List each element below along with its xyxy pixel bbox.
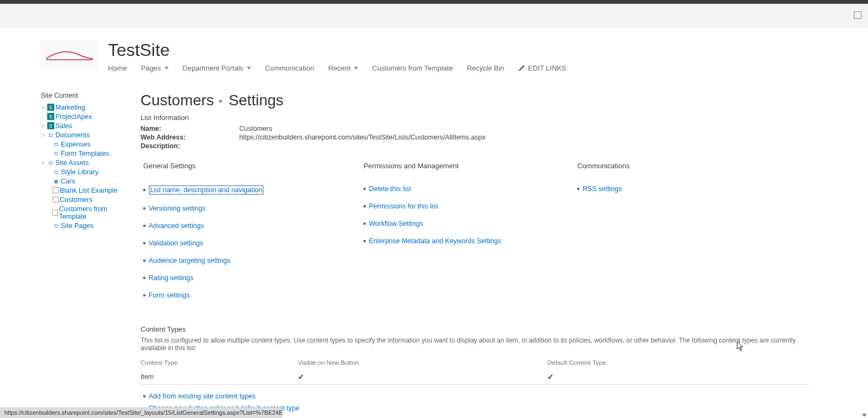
left-nav-heading: Site Content bbox=[41, 92, 132, 99]
sidebar-item-form-templates[interactable]: 🗀 Form Templates bbox=[41, 149, 132, 158]
chevron-down-icon bbox=[164, 67, 169, 69]
table-row: Item ✓ ✓ bbox=[141, 369, 808, 385]
sidebar-item-marketing[interactable]: ▷ S Marketing bbox=[41, 103, 132, 112]
check-icon: ✓ bbox=[547, 372, 554, 381]
suite-bar bbox=[0, 4, 868, 28]
nav-customers-template[interactable]: Customers from Template bbox=[372, 64, 453, 72]
nav-home[interactable]: Home bbox=[108, 64, 127, 72]
bullet-icon bbox=[363, 240, 366, 242]
content-types-section: Content Types This list is configured to… bbox=[141, 325, 808, 412]
main-content: Customers ▸ Settings List Information Na… bbox=[141, 92, 868, 418]
breadcrumb-list[interactable]: Customers bbox=[141, 92, 214, 109]
list-icon bbox=[53, 197, 59, 202]
bullet-icon bbox=[143, 207, 145, 210]
link-add-existing-ct[interactable]: Add from existing site content types bbox=[149, 392, 256, 400]
link-workflow-settings[interactable]: Workflow Settings bbox=[369, 220, 423, 227]
nav-pages[interactable]: Pages bbox=[141, 64, 169, 72]
bullet-icon bbox=[143, 225, 145, 227]
col-visible[interactable]: Visible on New Button bbox=[298, 357, 547, 369]
link-form-settings[interactable]: Form settings bbox=[149, 292, 190, 299]
breadcrumb-page: Settings bbox=[228, 92, 283, 109]
bullet-icon bbox=[143, 277, 145, 279]
sidebar-item-projectapex[interactable]: S ProjectApex bbox=[41, 112, 132, 121]
link-advanced-settings[interactable]: Advanced settings bbox=[149, 222, 204, 230]
sidebar-item-blank-list[interactable]: Blank List Example bbox=[41, 186, 132, 195]
link-rss-settings[interactable]: RSS settings bbox=[583, 185, 622, 193]
tree-expand-icon[interactable]: ▷ bbox=[41, 105, 46, 110]
bullet-icon bbox=[363, 223, 366, 225]
list-info-heading: List Information bbox=[141, 113, 808, 122]
sidebar-item-label: Blank List Example bbox=[60, 187, 117, 194]
tree-expand-icon[interactable]: ▷ bbox=[41, 160, 46, 165]
list-icon bbox=[52, 210, 58, 216]
sidebar-item-site-pages[interactable]: 🗀 Site Pages bbox=[41, 221, 132, 230]
bullet-icon bbox=[143, 259, 145, 262]
name-label: Name: bbox=[141, 125, 239, 132]
sidebar-item-expenses[interactable]: 🗀 Expenses bbox=[41, 140, 132, 149]
sidebar-item-label: Cars bbox=[61, 178, 75, 185]
content-type-item-link[interactable]: Item bbox=[141, 373, 154, 381]
edit-links-button[interactable]: EDIT LINKS bbox=[518, 64, 566, 72]
nav-department-portals[interactable]: Department Portals bbox=[183, 64, 251, 72]
description-label: Description: bbox=[141, 142, 239, 150]
sidebar-item-label: Sales bbox=[55, 122, 72, 130]
link-enterprise-metadata[interactable]: Enterprise Metadata and Keywords Setting… bbox=[369, 237, 501, 245]
site-logo[interactable] bbox=[41, 41, 98, 69]
chevron-down-icon bbox=[354, 67, 358, 69]
car-swoosh-icon bbox=[45, 47, 94, 63]
library-icon: 🗀 bbox=[53, 141, 60, 148]
sidebar-item-site-assets[interactable]: ▷ 🗀 Site Assets bbox=[41, 158, 132, 167]
link-permissions-list[interactable]: Permissions for this list bbox=[369, 202, 438, 210]
nav-communication[interactable]: Communication bbox=[265, 64, 314, 72]
communications-col: Communications RSS settings bbox=[575, 162, 770, 309]
nav-recent[interactable]: Recent bbox=[328, 64, 358, 72]
scroll-down-icon[interactable] bbox=[860, 410, 867, 417]
list-icon bbox=[53, 187, 59, 193]
name-value: Customers bbox=[239, 125, 272, 132]
library-icon: 🗀 bbox=[53, 150, 60, 157]
link-list-name-desc-nav[interactable]: List name, description and navigation bbox=[149, 185, 264, 195]
link-validation-settings[interactable]: Validation settings bbox=[149, 239, 203, 247]
sidebar-item-sales[interactable]: ▷ S Sales bbox=[41, 121, 132, 130]
link-rating-settings[interactable]: Rating settings bbox=[149, 274, 194, 282]
library-icon: 🗀 bbox=[47, 131, 54, 138]
permissions-heading: Permissions and Management bbox=[361, 162, 575, 170]
sharepoint-site-icon: S bbox=[47, 104, 54, 111]
chevron-down-icon bbox=[247, 67, 251, 69]
col-content-type[interactable]: Content Type bbox=[141, 357, 298, 369]
link-delete-list[interactable]: Delete this list bbox=[369, 185, 411, 193]
sidebar-item-customers-template[interactable]: Customers from Template bbox=[41, 204, 132, 221]
sidebar-item-cars[interactable]: ▣ Cars bbox=[41, 176, 132, 186]
tree-expand-icon[interactable]: ▷ bbox=[41, 132, 46, 137]
link-versioning-settings[interactable]: Versioning settings bbox=[149, 205, 206, 212]
status-bar: https://citizenbuilders.sharepoint.com/s… bbox=[0, 407, 282, 418]
sidebar-item-label: Customers bbox=[60, 196, 92, 204]
sidebar-item-label: Form Templates bbox=[61, 150, 109, 157]
sidebar-item-label: Marketing bbox=[55, 104, 85, 111]
sidebar-item-customers[interactable]: Customers bbox=[41, 195, 132, 204]
top-nav: Home Pages Department Portals Communicat… bbox=[108, 64, 566, 72]
tree-expand-icon[interactable]: ▷ bbox=[41, 123, 46, 128]
edit-links-label: EDIT LINKS bbox=[528, 64, 566, 72]
sidebar-item-label: ProjectApex bbox=[55, 113, 92, 121]
sidebar-item-label: Customers from Template bbox=[59, 205, 132, 220]
site-title[interactable]: TestSite bbox=[108, 41, 566, 60]
bullet-icon bbox=[143, 189, 145, 191]
sidebar-item-label: Documents bbox=[55, 131, 90, 139]
focus-content-icon[interactable] bbox=[854, 11, 861, 19]
content-types-desc: This list is configured to allow multipl… bbox=[141, 337, 808, 352]
left-nav: Site Content ▷ S Marketing S ProjectApex… bbox=[41, 92, 132, 418]
bullet-icon bbox=[143, 395, 145, 397]
general-settings-col: General Settings List name, description … bbox=[141, 162, 361, 309]
sidebar-item-documents[interactable]: ▷ 🗀 Documents bbox=[41, 130, 132, 140]
sidebar-item-style-library[interactable]: 🗀 Style Library bbox=[41, 167, 132, 176]
nav-recycle-bin[interactable]: Recycle Bin bbox=[467, 64, 505, 72]
sharepoint-site-icon: S bbox=[47, 122, 54, 129]
link-audience-targeting[interactable]: Audience targeting settings bbox=[149, 257, 231, 264]
status-url: https://citizenbuilders.sharepoint.com/s… bbox=[4, 409, 282, 416]
col-default[interactable]: Default Content Type bbox=[547, 357, 808, 369]
web-address-label: Web Address: bbox=[141, 134, 239, 141]
bullet-icon bbox=[363, 188, 366, 190]
sidebar-item-label: Style Library bbox=[61, 168, 98, 176]
library-icon: 🗀 bbox=[53, 168, 60, 175]
